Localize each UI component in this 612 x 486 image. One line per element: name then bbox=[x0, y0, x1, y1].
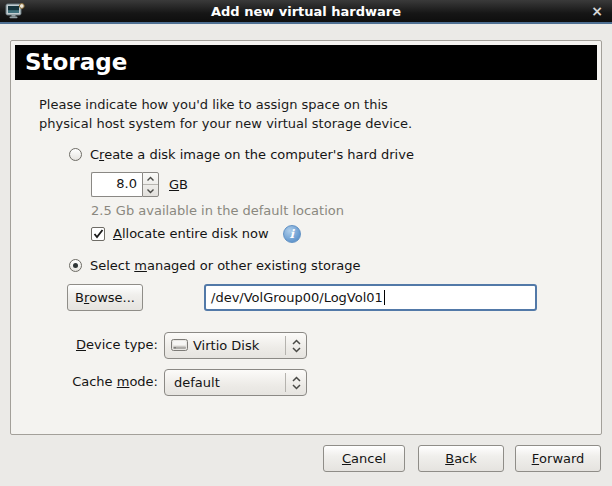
intro-line-2: physical host system for your new virtua… bbox=[39, 114, 412, 133]
allocate-row: Allocate entire disk now i bbox=[91, 224, 301, 243]
info-icon[interactable]: i bbox=[283, 225, 301, 243]
storage-path-input[interactable]: /dev/VolGroup00/LogVol01 bbox=[204, 284, 537, 311]
disk-size-row: 8.0 GB bbox=[91, 172, 188, 197]
cancel-button[interactable]: Cancel bbox=[323, 445, 405, 472]
allocate-checkbox[interactable] bbox=[91, 227, 105, 241]
create-disk-radio[interactable] bbox=[69, 148, 82, 161]
back-button[interactable]: Back bbox=[418, 445, 504, 472]
cache-mode-value: default bbox=[171, 375, 285, 390]
allocate-label[interactable]: Allocate entire disk now bbox=[113, 226, 269, 241]
cache-mode-select[interactable]: default bbox=[164, 369, 307, 396]
disk-size-input[interactable]: 8.0 bbox=[91, 172, 142, 197]
spin-down-button[interactable] bbox=[143, 185, 158, 196]
device-type-select[interactable]: Virtio Disk bbox=[164, 332, 307, 359]
existing-storage-label[interactable]: Select managed or other existing storage bbox=[90, 258, 361, 273]
cache-mode-row: Cache mode: default bbox=[11, 369, 603, 396]
browse-button[interactable]: Browse... bbox=[67, 284, 143, 311]
chevron-up-icon bbox=[146, 176, 155, 182]
close-icon[interactable]: × bbox=[591, 3, 603, 20]
combo-arrows-icon bbox=[286, 338, 306, 354]
hard-disk-icon bbox=[171, 339, 188, 352]
create-disk-label[interactable]: Create a disk image on the computer's ha… bbox=[90, 147, 414, 162]
titlebar: Add new virtual hardware × bbox=[0, 0, 612, 24]
browse-row: Browse... /dev/VolGroup00/LogVol01 bbox=[67, 284, 143, 311]
window-title: Add new virtual hardware bbox=[0, 4, 612, 19]
text-caret bbox=[384, 290, 385, 305]
device-type-row: Device type: Virtio Disk bbox=[11, 332, 603, 359]
intro-text: Please indicate how you'd like to assign… bbox=[39, 95, 412, 133]
combo-arrows-icon bbox=[286, 375, 306, 391]
intro-line-1: Please indicate how you'd like to assign… bbox=[39, 95, 412, 114]
cache-mode-label: Cache mode: bbox=[11, 374, 158, 389]
existing-storage-radio[interactable] bbox=[69, 259, 82, 272]
device-type-label: Device type: bbox=[11, 337, 158, 352]
existing-storage-option-row: Select managed or other existing storage bbox=[69, 258, 361, 273]
chevron-down-icon bbox=[146, 188, 155, 194]
content-panel: Storage Please indicate how you'd like t… bbox=[10, 40, 602, 435]
spin-up-button[interactable] bbox=[143, 173, 158, 185]
check-mark-icon bbox=[93, 229, 104, 239]
storage-path-value: /dev/VolGroup00/LogVol01 bbox=[211, 290, 383, 305]
device-type-value: Virtio Disk bbox=[188, 338, 285, 353]
available-space-note: 2.5 Gb available in the default location bbox=[91, 203, 344, 218]
forward-button[interactable]: Forward bbox=[515, 445, 601, 472]
virt-manager-window-icon bbox=[5, 3, 25, 21]
gb-unit-label: GB bbox=[169, 177, 188, 192]
disk-size-spinner: 8.0 bbox=[91, 172, 159, 197]
spinner-buttons bbox=[142, 172, 159, 197]
page-title: Storage bbox=[15, 45, 597, 80]
create-disk-option-row: Create a disk image on the computer's ha… bbox=[69, 147, 414, 162]
